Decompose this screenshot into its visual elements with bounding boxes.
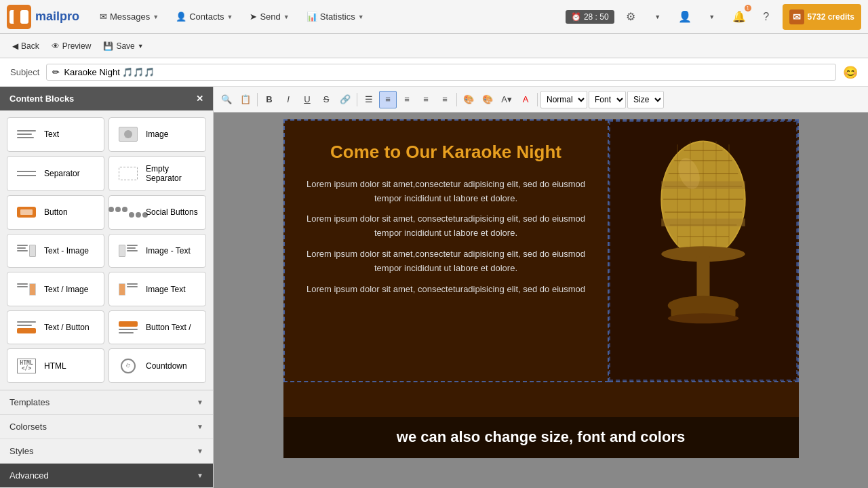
- nav-contacts[interactable]: 👤 Contacts ▼: [169, 7, 239, 26]
- logo-text: mailpro: [35, 9, 79, 24]
- block-image-label: Image: [146, 129, 168, 139]
- block-countdown[interactable]: ⏱ Countdown: [108, 348, 206, 383]
- block-button-text-label: Button Text /: [146, 323, 191, 332]
- nav-statistics[interactable]: 📊 Statistics ▼: [300, 7, 371, 26]
- et-font-size-btn[interactable]: A▾: [498, 91, 515, 108]
- block-image-text[interactable]: Image - Text: [108, 234, 206, 268]
- block-text-image2[interactable]: Text / Image: [7, 272, 104, 306]
- et-tool-btn[interactable]: 🔍: [218, 91, 235, 108]
- et-align-justify-btn[interactable]: ≡: [436, 91, 454, 108]
- send-label: Send: [260, 12, 280, 22]
- save-icon: 💾: [103, 41, 113, 51]
- block-button-text[interactable]: Button Text /: [108, 310, 206, 345]
- send-icon: ➤: [250, 12, 257, 22]
- nav-send[interactable]: ➤ Send ▼: [243, 7, 296, 26]
- et-font-color-btn[interactable]: A: [517, 91, 534, 108]
- advanced-item[interactable]: Advanced ▼: [0, 464, 213, 488]
- block-image[interactable]: Image: [108, 117, 206, 152]
- canvas-wrapper: 🔍 📋 B I U S 🔗 ☰ ≡ ≡ ≡ ≡ 🎨 🎨 A▾ A Normal: [214, 87, 868, 488]
- emoji-button[interactable]: 😊: [843, 65, 858, 80]
- advanced-arrow: ▼: [197, 472, 203, 479]
- button-block-icon: [14, 203, 39, 221]
- microphone-image: [609, 121, 797, 381]
- logo[interactable]: mailpro: [7, 5, 79, 29]
- statistics-label: Statistics: [320, 12, 355, 22]
- help-button[interactable]: ?: [755, 6, 777, 28]
- settings-arrow[interactable]: ▼: [647, 6, 669, 28]
- subject-bar: Subject ✏ Karaoke Night 🎵🎵🎵 😊: [0, 58, 868, 87]
- settings-button[interactable]: ⚙: [620, 6, 642, 28]
- clock-icon: ⏰: [571, 12, 581, 22]
- block-empty-separator[interactable]: Empty Separator: [108, 156, 206, 192]
- save-arrow[interactable]: ▼: [138, 43, 144, 49]
- user-button[interactable]: 👤: [674, 6, 696, 28]
- templates-label: Templates: [9, 397, 50, 407]
- advanced-label: Advanced: [9, 470, 49, 481]
- colorsets-label: Colorsets: [9, 422, 47, 432]
- subject-input[interactable]: ✏ Karaoke Night 🎵🎵🎵: [46, 64, 836, 81]
- button-text-block-icon: [116, 319, 140, 336]
- logo-icon: [7, 5, 31, 29]
- colorsets-arrow: ▼: [197, 423, 203, 430]
- messages-arrow: ▼: [153, 14, 159, 20]
- et-link-btn[interactable]: 🔗: [336, 91, 354, 108]
- et-size-select[interactable]: Size: [627, 91, 664, 108]
- send-arrow: ▼: [283, 14, 290, 20]
- separator-block-icon: [14, 165, 39, 182]
- back-label: Back: [21, 41, 39, 51]
- user-arrow[interactable]: ▼: [701, 6, 723, 28]
- subject-value: Karaoke Night 🎵🎵🎵: [64, 67, 155, 77]
- block-image-text2[interactable]: Image Text: [108, 272, 206, 306]
- et-clipboard-btn[interactable]: 📋: [237, 91, 254, 108]
- block-social[interactable]: Social Buttons: [108, 195, 206, 230]
- templates-item[interactable]: Templates ▼: [0, 390, 213, 415]
- social-block-icon: [116, 203, 140, 221]
- block-text-image2-label: Text / Image: [44, 285, 88, 294]
- email-left-column[interactable]: Come to Our Karaoke Night Lorem ipsum do…: [283, 119, 609, 382]
- back-button[interactable]: ◀ Back: [7, 39, 45, 54]
- et-list-btn[interactable]: ☰: [360, 91, 378, 108]
- et-bold-btn[interactable]: B: [260, 91, 278, 108]
- block-text[interactable]: Text: [7, 117, 104, 152]
- contacts-arrow: ▼: [227, 14, 233, 20]
- save-button[interactable]: 💾 Save ▼: [98, 39, 149, 54]
- statistics-arrow: ▼: [358, 14, 364, 20]
- block-html[interactable]: HTML</> HTML: [7, 348, 104, 383]
- block-button[interactable]: Button: [7, 195, 104, 230]
- svg-rect-19: [661, 219, 745, 226]
- et-strike-btn[interactable]: S: [317, 91, 335, 108]
- styles-item[interactable]: Styles ▼: [0, 439, 213, 464]
- credits-button[interactable]: ✉ 5732 credits: [783, 4, 861, 30]
- et-align-center-btn[interactable]: ≡: [379, 91, 397, 108]
- canvas-scroll[interactable]: Come to Our Karaoke Night Lorem ipsum do…: [214, 113, 868, 488]
- editor-toolbar: 🔍 📋 B I U S 🔗 ☰ ≡ ≡ ≡ ≡ 🎨 🎨 A▾ A Normal: [214, 87, 868, 113]
- back-icon: ◀: [12, 41, 18, 51]
- et-bg-color-btn[interactable]: 🎨: [479, 91, 496, 108]
- block-countdown-label: Countdown: [146, 361, 187, 371]
- email-body-p3: Lorem ipsum dolor sit amet,consectetur a…: [305, 247, 587, 276]
- styles-arrow: ▼: [197, 447, 203, 455]
- block-text-image[interactable]: Text - Image: [7, 234, 104, 268]
- nav-messages[interactable]: ✉ Messages ▼: [93, 7, 165, 26]
- et-underline-btn[interactable]: U: [298, 91, 316, 108]
- et-font-select[interactable]: Font: [589, 91, 626, 108]
- text-image2-block-icon: [14, 281, 39, 298]
- colorsets-item[interactable]: Colorsets ▼: [0, 415, 213, 439]
- et-italic-btn[interactable]: I: [279, 91, 297, 108]
- sidebar-bottom: Templates ▼ Colorsets ▼ Styles ▼ Advance…: [0, 390, 213, 488]
- content-blocks-header: Content Blocks ✕: [0, 87, 213, 110]
- close-icon[interactable]: ✕: [196, 94, 203, 104]
- preview-label: Preview: [62, 41, 92, 51]
- preview-button[interactable]: 👁 Preview: [46, 39, 97, 54]
- empty-separator-block-icon: [116, 165, 140, 182]
- html-block-icon: HTML</>: [14, 357, 39, 375]
- et-align-right-btn[interactable]: ≡: [417, 91, 435, 108]
- save-label: Save: [116, 41, 134, 51]
- et-align-left-btn[interactable]: ≡: [398, 91, 416, 108]
- block-text-button[interactable]: Text / Button: [7, 310, 104, 345]
- et-color-btn[interactable]: 🎨: [460, 91, 477, 108]
- svg-rect-3: [14, 10, 19, 24]
- et-style-select[interactable]: Normal: [540, 91, 587, 108]
- block-separator[interactable]: Separator: [7, 156, 104, 192]
- contacts-label: Contacts: [189, 12, 224, 22]
